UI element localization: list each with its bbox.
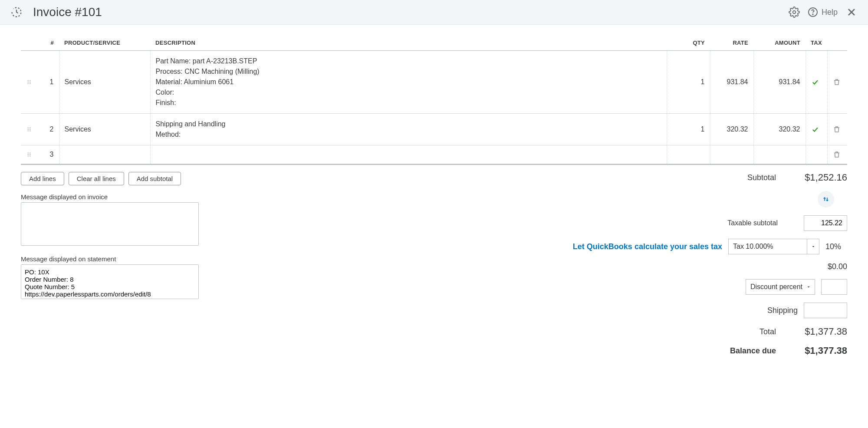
row-description[interactable]: Shipping and Handling Method: <box>150 114 667 145</box>
svg-point-18 <box>30 153 30 154</box>
drag-handle-icon[interactable] <box>21 51 37 114</box>
svg-point-14 <box>30 129 30 130</box>
col-header-rate: RATE <box>710 35 753 51</box>
message-statement-label: Message displayed on statement <box>21 255 199 263</box>
subtotal-label: Subtotal <box>747 173 776 182</box>
row-amount[interactable]: 931.84 <box>753 51 806 114</box>
clear-all-lines-button[interactable]: Clear all lines <box>69 172 124 185</box>
help-button[interactable]: Help <box>808 7 838 17</box>
row-rate[interactable] <box>710 145 753 164</box>
chevron-down-icon <box>802 280 815 294</box>
table-row[interactable]: 3 <box>21 145 847 164</box>
svg-point-10 <box>30 83 30 84</box>
row-tax-check[interactable] <box>806 114 827 145</box>
discount-select-value: Discount percent <box>750 283 802 291</box>
header-actions: Help <box>789 6 858 18</box>
col-header-number: # <box>37 35 59 51</box>
shipping-label: Shipping <box>767 306 798 315</box>
row-number: 1 <box>37 51 59 114</box>
drag-handle-icon[interactable] <box>21 145 37 164</box>
svg-point-21 <box>28 156 29 157</box>
col-header-tax: TAX <box>806 35 827 51</box>
row-product[interactable]: Services <box>59 51 150 114</box>
svg-point-9 <box>28 83 29 84</box>
balance-due-value: $1,377.38 <box>786 345 847 356</box>
tax-select-value: Tax 10.000% <box>733 243 773 250</box>
row-product[interactable]: Services <box>59 114 150 145</box>
discount-input[interactable] <box>821 279 847 295</box>
chevron-down-icon <box>807 239 819 254</box>
trash-icon[interactable] <box>827 51 847 114</box>
tax-select[interactable]: Tax 10.000% <box>728 239 819 254</box>
col-header-qty: QTY <box>667 35 710 51</box>
discount-select[interactable]: Discount percent <box>746 279 815 295</box>
total-label: Total <box>760 327 776 336</box>
trash-icon[interactable] <box>827 145 847 164</box>
history-icon[interactable] <box>10 6 23 18</box>
shipping-input[interactable] <box>804 303 847 318</box>
svg-point-15 <box>28 131 29 132</box>
page-title: Invoice #101 <box>33 5 789 19</box>
add-subtotal-button[interactable]: Add subtotal <box>128 172 181 185</box>
swap-icon[interactable] <box>818 191 834 207</box>
add-lines-button[interactable]: Add lines <box>21 172 64 185</box>
svg-point-22 <box>30 156 30 157</box>
subtotal-value: $1,252.16 <box>786 172 847 183</box>
row-tax-check[interactable] <box>806 51 827 114</box>
tax-amount-value: $0.00 <box>828 262 847 271</box>
row-product[interactable] <box>59 145 150 164</box>
row-qty[interactable] <box>667 145 710 164</box>
table-row[interactable]: 1ServicesPart Name: part A-23213B.STEP P… <box>21 51 847 114</box>
svg-point-19 <box>28 154 29 155</box>
svg-point-6 <box>30 80 30 81</box>
row-number: 3 <box>37 145 59 164</box>
svg-point-8 <box>30 82 30 82</box>
svg-point-2 <box>812 14 813 15</box>
gear-icon[interactable] <box>789 7 800 18</box>
row-amount[interactable] <box>753 145 806 164</box>
svg-point-0 <box>793 11 796 14</box>
col-header-amount: AMOUNT <box>753 35 806 51</box>
totals-panel: Subtotal $1,252.16 Taxable subtotal Let … <box>216 172 847 356</box>
content-area: # PRODUCT/SERVICE DESCRIPTION QTY RATE A… <box>0 25 868 367</box>
svg-point-20 <box>30 154 30 155</box>
svg-point-17 <box>28 153 29 154</box>
row-description[interactable] <box>150 145 667 164</box>
message-statement-input[interactable] <box>21 264 199 299</box>
taxable-subtotal-label: Taxable subtotal <box>727 219 778 227</box>
calculate-tax-link[interactable]: Let QuickBooks calculate your sales tax <box>573 242 722 251</box>
trash-icon[interactable] <box>827 114 847 145</box>
line-items-table: # PRODUCT/SERVICE DESCRIPTION QTY RATE A… <box>21 35 847 164</box>
row-qty[interactable]: 1 <box>667 114 710 145</box>
svg-point-11 <box>28 128 29 128</box>
help-icon <box>808 7 818 17</box>
row-qty[interactable]: 1 <box>667 51 710 114</box>
page-header: Invoice #101 Help <box>0 0 868 25</box>
table-row[interactable]: 2ServicesShipping and Handling Method:13… <box>21 114 847 145</box>
drag-handle-icon[interactable] <box>21 114 37 145</box>
svg-point-12 <box>30 128 30 128</box>
row-amount[interactable]: 320.32 <box>753 114 806 145</box>
row-rate[interactable]: 931.84 <box>710 51 753 114</box>
row-rate[interactable]: 320.32 <box>710 114 753 145</box>
help-label: Help <box>822 8 838 17</box>
tax-percent: 10% <box>825 242 847 251</box>
svg-point-7 <box>28 82 29 82</box>
balance-due-label: Balance due <box>730 346 776 356</box>
taxable-subtotal-input[interactable] <box>804 215 847 231</box>
svg-point-5 <box>28 80 29 81</box>
row-description[interactable]: Part Name: part A-23213B.STEP Process: C… <box>150 51 667 114</box>
total-value: $1,377.38 <box>786 326 847 337</box>
row-tax-check[interactable] <box>806 145 827 164</box>
message-invoice-label: Message displayed on invoice <box>21 193 199 201</box>
message-invoice-input[interactable] <box>21 202 199 246</box>
col-header-product: PRODUCT/SERVICE <box>59 35 150 51</box>
line-action-buttons: Add lines Clear all lines Add subtotal <box>21 172 199 185</box>
row-number: 2 <box>37 114 59 145</box>
col-header-description: DESCRIPTION <box>150 35 667 51</box>
close-icon[interactable] <box>845 6 858 18</box>
svg-point-13 <box>28 129 29 130</box>
svg-point-16 <box>30 131 30 132</box>
